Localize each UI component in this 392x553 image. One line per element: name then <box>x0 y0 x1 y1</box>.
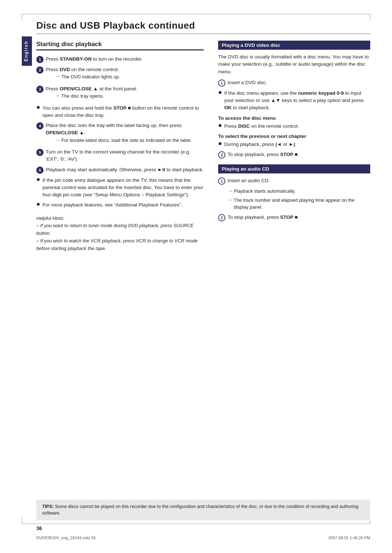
dvd-section: Playing a DVD video disc The DVD disc is… <box>218 41 370 159</box>
hint-line-1: – If you want to return to tuner mode du… <box>36 222 204 237</box>
step-3-text: Press OPEN/CLOSE ▲ at the front panel. <box>46 85 138 93</box>
footer-timestamp: 2007-08-01 1:46:20 PM <box>328 536 370 540</box>
two-column-layout: Starting disc playback 1 Press STANDBY-O… <box>36 41 370 252</box>
step-4-number: 4 <box>36 122 44 130</box>
step-1-number: 1 <box>36 56 44 63</box>
dvd-step-2: 2 To stop playback, press STOP ■. <box>218 151 370 159</box>
starting-disc-playback-heading: Starting disc playback <box>36 41 204 50</box>
audio-cd-step-1-number: 1 <box>218 177 225 185</box>
step-1: 1 Press STANDBY-ON to turn on the record… <box>36 56 204 63</box>
bullet-pin-code-text: If the pin code entry dialogue appears o… <box>42 177 204 199</box>
step-5-number: 5 <box>36 149 44 156</box>
audio-cd-arrow-1: → Playback starts automatically. <box>228 188 370 195</box>
bullet-more-features: ● For more playback features, see "Addit… <box>36 201 204 209</box>
audio-cd-section: Playing an audio CD 1 Insert an audio CD… <box>218 164 370 221</box>
step-5-text: Turn on the TV to the correct viewing ch… <box>46 148 204 163</box>
step-3-arrow: → The disc tray opens. <box>55 93 138 100</box>
bullet-more-features-text: For more playback features, see "Additio… <box>42 201 183 209</box>
step-3: 3 Press OPEN/CLOSE ▲ at the front panel.… <box>36 85 204 102</box>
dvd-step-1-number: 1 <box>218 79 225 87</box>
prev-next-bullet-text: During playback, press |◄ or ►|. <box>224 141 297 148</box>
step-1-text: Press STANDBY-ON to turn on the recorder… <box>46 56 143 63</box>
step-6-number: 6 <box>36 167 44 174</box>
page-title-suffix: continued <box>146 20 195 31</box>
audio-cd-arrow-2: → The track number and elapsed playing t… <box>228 197 370 211</box>
dvd-bullet-disc-menu-text: If the disc menu appears, use the numeri… <box>224 90 370 112</box>
disc-menu-bullet: ● Press DISC on the remote control. <box>218 123 370 130</box>
top-left-corner <box>22 14 22 21</box>
audio-cd-step-2: 2 To stop playback, press STOP ■. <box>218 214 370 221</box>
dvd-step-1-text: Insert a DVD disc. <box>228 79 267 86</box>
step-6-text: Playback may start automatically. Otherw… <box>46 166 204 173</box>
prev-next-bullet: ● During playback, press |◄ or ►|. <box>218 141 370 148</box>
step-4-arrow: → For double-sided discs, load the side … <box>55 137 204 144</box>
audio-cd-heading: Playing an audio CD <box>218 164 370 173</box>
dvd-bullet-disc-menu: ● If the disc menu appears, use the nume… <box>218 90 370 112</box>
step-2-number: 2 <box>36 66 44 74</box>
step-3-number: 3 <box>36 86 44 93</box>
step-2-arrow: → The DVD indicator lights up. <box>55 73 120 81</box>
bottom-border-line <box>22 524 370 524</box>
page: English Disc and USB Playback continued … <box>0 0 392 553</box>
tips-box: TIPS: Some discs cannot be played on thi… <box>36 500 370 521</box>
left-column: Starting disc playback 1 Press STANDBY-O… <box>36 41 204 252</box>
page-title: Disc and USB Playback continued <box>36 20 370 34</box>
step-5: 5 Turn on the TV to the correct viewing … <box>36 148 204 163</box>
step-4: 4 Place the disc onto the tray with the … <box>36 122 204 146</box>
step-4-text: Place the disc onto the tray with the la… <box>46 122 204 137</box>
step-2: 2 Press DVD on the remote control. → The… <box>36 66 204 82</box>
bullet-pin-code: ● If the pin code entry dialogue appears… <box>36 177 204 199</box>
main-content: Disc and USB Playback continued Starting… <box>36 20 370 520</box>
bullet-stop-text: You can also press and hold the STOP ■ b… <box>42 105 204 119</box>
audio-cd-step-1-text: Insert an audio CD. <box>228 177 270 184</box>
footer-file-info: DVDR3510V_eng_26244.indd 36 <box>36 536 95 540</box>
page-number: 36 <box>36 525 42 531</box>
dvd-step-1: 1 Insert a DVD disc. <box>218 79 370 87</box>
right-column: Playing a DVD video disc The DVD disc is… <box>218 41 370 225</box>
helpful-hints-section: Helpful Hints: – If you want to return t… <box>36 215 204 253</box>
tips-text-content: Some discs cannot be played on this reco… <box>42 504 358 516</box>
step-2-text: Press DVD on the remote control. <box>46 66 120 73</box>
bottom-left-corner <box>22 517 22 524</box>
language-tab: English <box>22 36 32 66</box>
step-6: 6 Playback may start automatically. Othe… <box>36 166 204 174</box>
top-border-line <box>22 14 370 14</box>
hints-heading: Helpful Hints: <box>36 215 204 222</box>
dvd-section-heading: Playing a DVD video disc <box>218 41 370 50</box>
hint-line-2: – If you wish to watch the VCR playback,… <box>36 237 204 253</box>
bullet-stop: ● You can also press and hold the STOP ■… <box>36 105 204 119</box>
audio-cd-step-2-number: 2 <box>218 214 225 221</box>
tips-label: TIPS: <box>42 504 54 509</box>
audio-cd-step-2-text: To stop playback, press STOP ■. <box>228 214 299 221</box>
prev-next-subheading: To select the previous or next chapter <box>218 134 370 139</box>
dvd-step-2-number: 2 <box>218 151 225 159</box>
disc-menu-subheading: To access the disc menu <box>218 115 370 121</box>
audio-cd-step-1: 1 Insert an audio CD. <box>218 177 370 185</box>
dvd-intro: The DVD disc is usually formatted with a… <box>218 53 370 75</box>
disc-menu-bullet-text: Press DISC on the remote control. <box>224 123 299 130</box>
dvd-step-2-text: To stop playback, press STOP ■. <box>228 151 299 158</box>
